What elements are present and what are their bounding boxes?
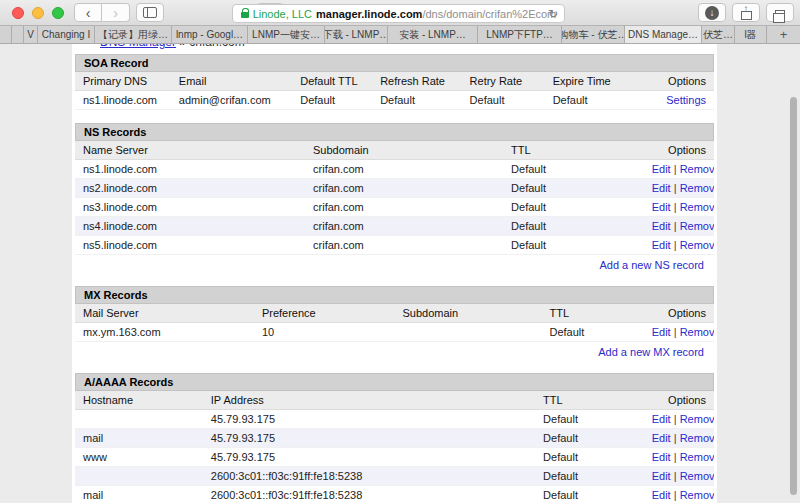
table-cell: crifan.com xyxy=(305,160,503,179)
table-cell xyxy=(75,410,203,429)
settings-link[interactable]: Settings xyxy=(666,94,706,106)
edit-link[interactable]: Edit xyxy=(652,413,671,425)
remove-link[interactable]: Remove xyxy=(680,451,714,463)
table-cell: 2600:3c01::f03c:91ff:fe18:5238 xyxy=(203,486,535,503)
add-record-link[interactable]: Add a new MX record xyxy=(598,346,704,358)
column-header: TTL xyxy=(503,141,644,160)
browser-tab-1[interactable] xyxy=(12,26,24,43)
edit-link[interactable]: Edit xyxy=(652,451,671,463)
show-all-tabs-button[interactable] xyxy=(766,3,794,22)
history-nav: ‹ › xyxy=(74,3,130,22)
breadcrumb-domain: » crifan.com xyxy=(176,44,245,49)
remove-link[interactable]: Remove xyxy=(680,182,714,194)
table-cell: Default xyxy=(503,160,644,179)
table-cell: Default xyxy=(503,236,644,255)
table-row: mx.ym.163.com10DefaultEdit | Remove xyxy=(75,323,714,342)
options-cell: Edit | Remove xyxy=(644,486,714,503)
table-cell: Default xyxy=(503,179,644,198)
table-cell: ns3.linode.com xyxy=(75,198,305,217)
table-cell: ns1.linode.com xyxy=(75,160,305,179)
browser-tab-9[interactable]: LNMP下FTP… xyxy=(478,26,562,43)
toolbar-right-buttons: ↓ xyxy=(692,3,794,22)
edit-link[interactable]: Edit xyxy=(652,182,671,194)
table-cell: mail xyxy=(75,429,203,448)
remove-link[interactable]: Remove xyxy=(680,489,714,501)
new-tab-button[interactable]: + xyxy=(767,26,800,43)
sections: SOA RecordPrimary DNSEmailDefault TTLRef… xyxy=(75,54,714,503)
remove-link[interactable]: Remove xyxy=(680,326,714,338)
browser-tab-5[interactable]: lnmp - Googl… xyxy=(172,26,248,43)
remove-link[interactable]: Remove xyxy=(680,470,714,482)
column-header: Name Server xyxy=(75,141,305,160)
column-header: Email xyxy=(171,72,292,91)
edit-link[interactable]: Edit xyxy=(652,489,671,501)
table-cell: Default xyxy=(292,91,372,110)
remove-link[interactable]: Remove xyxy=(680,413,714,425)
add-record-link[interactable]: Add a new NS record xyxy=(599,259,704,271)
table-cell: 2600:3c01::f03c:91ff:fe18:5238 xyxy=(203,467,535,486)
options-cell: Edit | Remove xyxy=(644,217,714,236)
breadcrumb: DNS Manager » crifan.com xyxy=(100,44,714,50)
edit-link[interactable]: Edit xyxy=(652,163,671,175)
table-row: ns5.linode.comcrifan.comDefaultEdit | Re… xyxy=(75,236,714,255)
browser-tab-0[interactable] xyxy=(0,26,12,43)
edit-link[interactable]: Edit xyxy=(652,201,671,213)
browser-tab-6[interactable]: LNMP一键安… xyxy=(248,26,325,43)
close-window-button[interactable] xyxy=(12,7,24,19)
sidebar-toggle-button[interactable] xyxy=(136,3,164,22)
column-header: Options xyxy=(644,391,714,410)
column-header: IP Address xyxy=(203,391,535,410)
options-cell: Edit | Remove xyxy=(644,429,714,448)
options-separator: | xyxy=(671,413,680,425)
edit-link[interactable]: Edit xyxy=(652,326,671,338)
table-cell: ns1.linode.com xyxy=(75,91,171,110)
address-bar[interactable]: Linode, LLC manager.linode.com /dns/doma… xyxy=(232,4,565,23)
browser-tab-11[interactable]: DNS Manage… xyxy=(625,26,702,43)
remove-link[interactable]: Remove xyxy=(680,220,714,232)
edit-link[interactable]: Edit xyxy=(652,239,671,251)
share-button[interactable] xyxy=(732,3,760,22)
options-separator: | xyxy=(671,201,680,213)
edit-link[interactable]: Edit xyxy=(652,432,671,444)
table-cell: Default xyxy=(535,448,644,467)
browser-tab-3[interactable]: Changing I xyxy=(38,26,95,43)
browser-tab-4[interactable]: 【记录】用绿… xyxy=(95,26,172,43)
browser-tab-7[interactable]: 下载 - LNMP… xyxy=(325,26,388,43)
vertical-scrollbar[interactable] xyxy=(790,97,797,495)
browser-tab-10[interactable]: 购物车 - 伏芝… xyxy=(562,26,625,43)
options-separator: | xyxy=(671,326,680,338)
column-header: Subdomain xyxy=(305,141,503,160)
remove-link[interactable]: Remove xyxy=(680,432,714,444)
remove-link[interactable]: Remove xyxy=(680,201,714,213)
remove-link[interactable]: Remove xyxy=(680,163,714,175)
column-header: Hostname xyxy=(75,391,203,410)
browser-tab-2[interactable]: V xyxy=(24,26,38,43)
sidebar-icon xyxy=(143,7,157,18)
table-cell: mx.ym.163.com xyxy=(75,323,254,342)
table-row: ns3.linode.comcrifan.comDefaultEdit | Re… xyxy=(75,198,714,217)
minimize-window-button[interactable] xyxy=(32,7,44,19)
browser-tab-13[interactable]: l器 xyxy=(735,26,767,43)
edit-link[interactable]: Edit xyxy=(652,470,671,482)
column-header: Options xyxy=(644,72,714,91)
column-header: Mail Server xyxy=(75,304,254,323)
reload-button[interactable]: ↻ xyxy=(548,7,558,21)
remove-link[interactable]: Remove xyxy=(680,239,714,251)
back-button[interactable]: ‹ xyxy=(74,3,102,22)
edit-link[interactable]: Edit xyxy=(652,220,671,232)
options-separator: | xyxy=(671,489,680,501)
lock-icon xyxy=(241,12,249,18)
tab-bar: VChanging I【记录】用绿…lnmp - Googl…LNMP一键安…下… xyxy=(0,26,800,44)
downloads-button[interactable]: ↓ xyxy=(698,3,726,22)
options-separator: | xyxy=(671,239,680,251)
zoom-window-button[interactable] xyxy=(52,7,64,19)
table-cell: 10 xyxy=(254,323,395,342)
options-cell: Edit | Remove xyxy=(644,448,714,467)
breadcrumb-dns-manager-link[interactable]: DNS Manager xyxy=(100,44,176,49)
forward-button[interactable]: › xyxy=(102,3,130,22)
browser-tab-8[interactable]: 安装 - LNMP… xyxy=(388,26,478,43)
browser-tab-12[interactable]: 伏芝… xyxy=(702,26,735,43)
table-row: ns2.linode.comcrifan.comDefaultEdit | Re… xyxy=(75,179,714,198)
section-a-aaaa-records: A/AAAA RecordsHostnameIP AddressTTLOptio… xyxy=(75,373,714,503)
url-path: /dns/domain/crifan%2Ecom xyxy=(422,8,556,20)
